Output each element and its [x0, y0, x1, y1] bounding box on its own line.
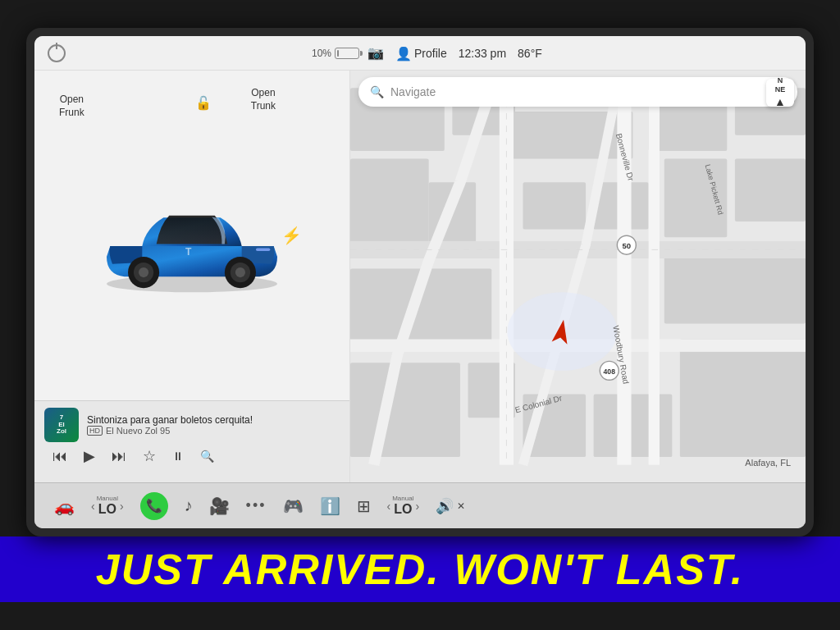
- media-info: Sintoniza para ganar boletos cerquita! H…: [87, 414, 340, 436]
- status-center: 📷 👤 Profile 12:33 pm 86°F: [359, 45, 792, 61]
- svg-point-6: [235, 267, 245, 277]
- search-icon: 🔍: [370, 85, 384, 98]
- svg-rect-23: [523, 182, 587, 229]
- navigate-bar[interactable]: 🔍 Navigate: [358, 77, 797, 107]
- dashcam-taskbar-item[interactable]: 🎥: [201, 496, 238, 516]
- hd-badge: HD: [87, 426, 103, 436]
- map-panel: 🔍 Navigate N NE ▲: [350, 71, 806, 482]
- car-area: OpenFrunk 🔓 OpenTrunk ⚡: [34, 71, 349, 400]
- apps-taskbar-item[interactable]: 🎮: [275, 496, 312, 516]
- grid-icon: ⊞: [357, 496, 371, 516]
- taskbar: 🚗 ‹ Manual LO › 📞 ♪: [34, 482, 806, 528]
- svg-rect-21: [680, 340, 806, 458]
- phone-taskbar-item[interactable]: 📞: [132, 492, 176, 520]
- status-bar: 10% 📷 👤 Profile 12:33 pm 86°F: [34, 36, 806, 71]
- profile-label: Profile: [414, 47, 447, 60]
- left-arrow-right[interactable]: ›: [120, 500, 124, 513]
- dashcam-icon: 🎥: [209, 496, 230, 516]
- left-arrow-left[interactable]: ‹: [91, 500, 95, 513]
- right-lo-label: LO: [394, 502, 412, 517]
- equalizer-button[interactable]: ⏸: [172, 450, 184, 463]
- open-frunk-label[interactable]: OpenFrunk: [59, 94, 84, 119]
- svg-rect-7: [256, 249, 270, 251]
- right-arrow-left[interactable]: ‹: [387, 500, 391, 513]
- svg-rect-19: [735, 158, 806, 221]
- prev-button[interactable]: ⏮: [52, 448, 67, 465]
- svg-rect-33: [649, 88, 660, 464]
- svg-point-3: [139, 267, 148, 277]
- right-arrow-right[interactable]: ›: [415, 500, 419, 513]
- media-station: HD El Nuevo Zol 95: [87, 426, 340, 436]
- screen-bezel: 10% 📷 👤 Profile 12:33 pm 86°F: [26, 28, 814, 536]
- svg-rect-14: [350, 363, 460, 457]
- speaker-icon: 🔊: [436, 497, 454, 515]
- grid-taskbar-item[interactable]: ⊞: [349, 496, 379, 516]
- banner-text: JUST ARRIVED. WON'T LAST.: [96, 545, 744, 594]
- music-icon: ♪: [185, 496, 193, 515]
- compass-north: N: [778, 76, 783, 85]
- car-image: T: [85, 174, 299, 297]
- apps-icon: 🎮: [283, 496, 304, 516]
- car-icon: 🚗: [54, 496, 75, 516]
- profile-section[interactable]: 👤 Profile: [395, 46, 447, 61]
- svg-text:50: 50: [623, 241, 632, 250]
- info-icon: ℹ️: [320, 496, 340, 516]
- map-svg: 50 408: [350, 71, 806, 482]
- left-panel: OpenFrunk 🔓 OpenTrunk ⚡: [34, 71, 350, 482]
- right-arrows: ‹ Manual LO ›: [387, 495, 420, 517]
- media-player: 7ElZol Sintoniza para ganar boletos cerq…: [34, 400, 349, 482]
- left-arrows: ‹ Manual LO ›: [91, 495, 124, 517]
- compass: N NE ▲: [766, 79, 794, 107]
- station-name: El Nuevo Zol 95: [106, 426, 170, 436]
- battery-bar: [335, 48, 359, 59]
- mute-x-icon: ✕: [457, 500, 465, 512]
- media-title: Sintoniza para ganar boletos cerquita!: [87, 414, 340, 426]
- profile-icon: 👤: [395, 46, 410, 61]
- lock-icon: 🔓: [195, 95, 212, 111]
- battery-percent: 10%: [312, 48, 331, 59]
- media-top: 7ElZol Sintoniza para ganar boletos cerq…: [44, 408, 340, 442]
- mute-section: 🔊 ✕: [436, 497, 465, 515]
- compass-direction: NE: [775, 85, 786, 94]
- temperature-display: 86°F: [518, 47, 542, 60]
- svg-rect-12: [350, 158, 429, 253]
- left-manual-label: Manual: [97, 495, 118, 502]
- map-location-label: Alafaya, FL: [745, 458, 791, 468]
- time-display: 12:33 pm: [459, 47, 506, 60]
- left-hvac-section[interactable]: ‹ Manual LO ›: [83, 495, 132, 517]
- battery-section: 10%: [312, 48, 359, 59]
- battery-fill: [337, 50, 339, 57]
- more-button[interactable]: •••: [238, 497, 275, 514]
- favorite-button[interactable]: ☆: [143, 447, 156, 465]
- right-hvac-section[interactable]: ‹ Manual LO ›: [379, 495, 428, 517]
- main-content: OpenFrunk 🔓 OpenTrunk ⚡: [34, 71, 806, 482]
- phone-icon: 📞: [140, 492, 168, 520]
- next-button[interactable]: ⏭: [112, 448, 126, 465]
- play-button[interactable]: ▶: [84, 447, 95, 465]
- tesla-screen: 10% 📷 👤 Profile 12:33 pm 86°F: [34, 36, 806, 528]
- power-icon: [48, 44, 66, 62]
- svg-text:408: 408: [604, 368, 616, 376]
- status-left: 10%: [48, 44, 359, 62]
- dots-icon: •••: [246, 497, 267, 514]
- car-taskbar-item[interactable]: 🚗: [46, 496, 83, 516]
- svg-text:T: T: [185, 246, 192, 258]
- volume-taskbar-item[interactable]: 🔊 ✕: [427, 497, 473, 515]
- open-trunk-label[interactable]: OpenTrunk: [251, 87, 276, 112]
- svg-rect-26: [594, 395, 673, 458]
- music-taskbar-item[interactable]: ♪: [176, 496, 201, 515]
- info-taskbar-item[interactable]: ℹ️: [312, 496, 349, 516]
- search-media-button[interactable]: 🔍: [200, 450, 214, 463]
- radio-thumbnail: 7ElZol: [44, 408, 79, 442]
- banner: JUST ARRIVED. WON'T LAST.: [0, 536, 840, 602]
- compass-arrow: ▲: [774, 95, 786, 109]
- camera-icon: 📷: [368, 45, 384, 61]
- navigate-input[interactable]: Navigate: [390, 85, 436, 98]
- left-lo-label: LO: [98, 502, 116, 517]
- right-manual-label: Manual: [392, 495, 413, 502]
- media-controls: ⏮ ▶ ⏭ ☆ ⏸ 🔍: [44, 447, 340, 465]
